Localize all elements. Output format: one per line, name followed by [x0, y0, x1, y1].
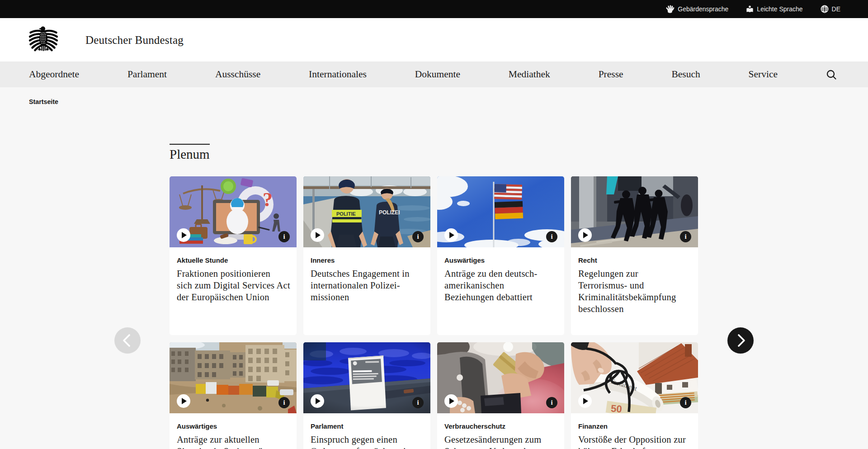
svg-text:?: ? — [263, 189, 273, 211]
svg-text:POLITIE: POLITIE — [336, 211, 356, 217]
svg-text:POLIZEI: POLIZEI — [379, 209, 400, 216]
svg-text:50: 50 — [610, 403, 622, 413]
